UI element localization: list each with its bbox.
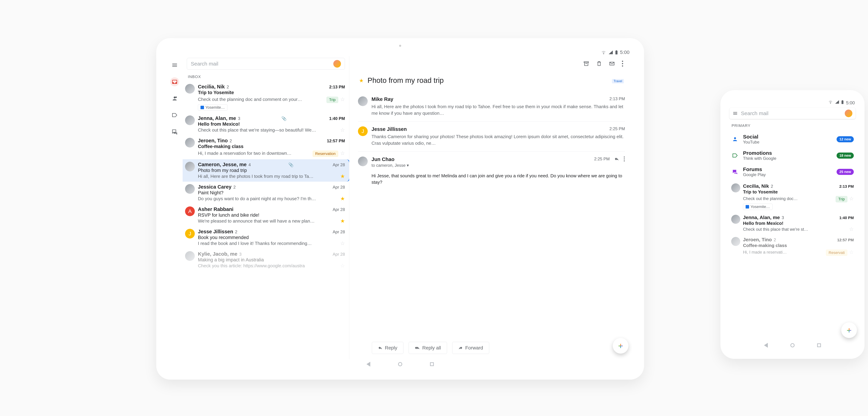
category-tabs: SocialYouTube12 newPromotionsThink with …: [727, 130, 858, 181]
phone-status-bar: 5:00: [727, 99, 858, 106]
mail-subject: Book you recommended: [198, 235, 345, 240]
star-icon[interactable]: ☆: [340, 263, 345, 269]
sender-avatar: [358, 157, 368, 166]
compose-fab[interactable]: +: [841, 322, 857, 338]
nav-home-icon[interactable]: [790, 343, 795, 347]
compose-fab[interactable]: +: [613, 338, 628, 354]
message-to[interactable]: to cameron, Jesse ▾: [372, 163, 625, 168]
sender-avatar: [358, 96, 368, 106]
attachment-icon: 📎: [281, 116, 287, 121]
more-icon[interactable]: [624, 157, 625, 161]
reply-button[interactable]: Reply: [372, 342, 403, 354]
thread-star-icon[interactable]: ★: [359, 77, 364, 83]
star-icon[interactable]: ☆: [849, 226, 854, 232]
hamburger-icon[interactable]: [733, 111, 738, 116]
account-avatar[interactable]: [845, 109, 852, 117]
category-chip[interactable]: Reservati: [826, 250, 847, 256]
archive-icon[interactable]: [583, 61, 589, 67]
mail-subject: Coffee-making class: [743, 243, 854, 248]
nav-home-icon[interactable]: [398, 362, 402, 366]
search-input[interactable]: Search mail: [730, 108, 856, 119]
star-icon[interactable]: ☆: [340, 240, 345, 246]
mail-time: Apr 28: [333, 252, 345, 257]
inbox-list: Cecilia, Nik 22:13 PMTrip to YosemiteChe…: [183, 81, 349, 271]
status-time: 5:00: [620, 49, 630, 55]
mail-item[interactable]: JJesse Jillissen 2Apr 28Book you recomme…: [183, 227, 349, 249]
rail-people-icon[interactable]: [170, 94, 179, 103]
doc-icon: [200, 106, 204, 109]
star-icon[interactable]: ★: [340, 218, 345, 224]
wifi-icon: [601, 50, 606, 54]
mail-item[interactable]: Jeroen, Tino 212:57 PMCoffee-making clas…: [183, 135, 349, 159]
category-chip[interactable]: Reservation: [313, 151, 338, 157]
mail-senders: Jeroen, Tino 2: [743, 237, 776, 242]
mail-subject: Paint Night?: [198, 190, 345, 196]
mail-item[interactable]: Jeroen, Tino 212:57 PMCoffee-making clas…: [727, 235, 858, 258]
message-time: 2:25 PM: [594, 157, 610, 161]
mail-item[interactable]: Jenna, Alan, me 3📎1:40 PMHello from Mexi…: [183, 113, 349, 135]
new-count-badge: 12 new: [837, 136, 854, 142]
nav-recent-icon[interactable]: [817, 343, 821, 347]
star-icon[interactable]: ☆: [849, 249, 854, 255]
category-row[interactable]: SocialYouTube12 new: [731, 131, 854, 147]
mail-snippet: Check out this place that we're staying—…: [198, 128, 338, 133]
star-icon[interactable]: ★: [340, 173, 345, 179]
primary-section-label: PRIMARY: [727, 122, 858, 130]
category-chip[interactable]: Trip: [836, 196, 847, 202]
sender-avatar: [185, 162, 195, 171]
forward-button[interactable]: Forward: [452, 342, 489, 354]
sender-avatar: J: [185, 229, 195, 239]
doc-icon: [746, 205, 749, 209]
new-count-badge: 25 new: [837, 169, 854, 175]
thread-message[interactable]: JJesse JillissenThanks Cameron for shari…: [358, 121, 625, 151]
mail-item[interactable]: Kylie, Jacob, me 3Apr 28Making a big imp…: [183, 249, 349, 271]
reply-all-button[interactable]: Reply all: [409, 342, 447, 354]
mail-snippet: Check out this place that we're st…: [743, 227, 847, 232]
hamburger-icon[interactable]: [170, 61, 179, 70]
category-row[interactable]: ForumsGoogle Play25 new: [731, 164, 854, 180]
phone-nav-bar: [727, 340, 858, 350]
mail-item[interactable]: Jenna, Alan, me 31:40 PMHello from Mexic…: [727, 212, 858, 235]
mail-item[interactable]: Jessica Carey 2Apr 28Paint Night?Do you …: [183, 182, 349, 204]
sender-avatar: [185, 115, 195, 125]
mark-unread-icon[interactable]: [609, 61, 615, 67]
reply-label: Reply: [385, 345, 397, 351]
mail-item[interactable]: AAsher RabbaniApr 28RSVP for lunch and b…: [183, 204, 349, 227]
category-row[interactable]: PromotionsThink with Google18 new: [731, 147, 854, 164]
account-avatar[interactable]: [333, 60, 341, 68]
svg-point-0: [622, 61, 623, 62]
mail-time: Apr 28: [333, 163, 345, 167]
attachment-chip[interactable]: Yosemite…: [743, 204, 773, 210]
attachment-chip[interactable]: Yosemite…: [198, 104, 227, 111]
mail-item[interactable]: Cecilia, Nik 22:13 PMTrip to YosemiteChe…: [727, 181, 858, 212]
rail-inbox-icon[interactable]: [170, 77, 179, 86]
category-subtext: Think with Google: [743, 156, 832, 161]
mail-subject: Trip to Yosemite: [743, 189, 854, 195]
rail-label-icon[interactable]: [170, 111, 179, 119]
nav-recent-icon[interactable]: [430, 362, 434, 366]
thread-message[interactable]: Jun Chaoto cameron, Jesse ▾Hi Jesse, tha…: [358, 151, 625, 190]
inbox-section-label: INBOX: [183, 73, 349, 81]
category-chip[interactable]: Trip: [327, 97, 338, 103]
reply-icon[interactable]: [614, 157, 619, 161]
thread-message[interactable]: Mike RayHi all, Here are the photos I to…: [358, 92, 625, 121]
mail-item[interactable]: Cameron, Jesse, me 4📎Apr 28Photo from my…: [183, 159, 349, 182]
star-icon[interactable]: ☆: [849, 196, 854, 202]
star-icon[interactable]: ☆: [340, 150, 345, 156]
mail-item[interactable]: Cecilia, Nik 22:13 PMTrip to YosemiteChe…: [183, 81, 349, 113]
mail-senders: Cecilia, Nik 2: [743, 183, 773, 189]
more-icon[interactable]: [622, 61, 623, 67]
rail-chat-icon[interactable]: [170, 127, 179, 136]
nav-back-icon[interactable]: [367, 362, 370, 367]
thread-category-chip[interactable]: Travel: [612, 79, 624, 83]
mail-subject: Coffee-making class: [198, 144, 345, 149]
star-icon[interactable]: ★: [340, 196, 345, 202]
plus-icon: +: [618, 341, 623, 351]
search-input[interactable]: Search mail: [187, 58, 345, 70]
nav-back-icon[interactable]: [764, 343, 768, 348]
star-icon[interactable]: ☆: [340, 127, 345, 133]
star-icon[interactable]: ☆: [340, 96, 345, 102]
mail-snippet: We're pleased to announce that we will h…: [198, 218, 338, 224]
category-subtext: Google Play: [743, 172, 832, 177]
delete-icon[interactable]: [596, 61, 602, 67]
